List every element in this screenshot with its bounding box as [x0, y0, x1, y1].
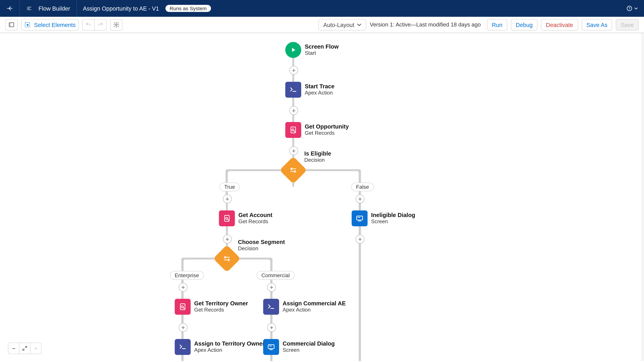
zoom-in-button[interactable]: +	[30, 343, 41, 354]
clipboard-search-icon	[289, 126, 297, 134]
get-account-node[interactable]: Get Account Get Records	[219, 210, 272, 226]
header-divider	[20, 0, 20, 17]
app-header: Flow Builder Assign Opportunity to AE - …	[0, 0, 644, 17]
node-title: Start Trace	[305, 83, 334, 90]
cursor-box-icon	[24, 22, 30, 28]
get-opportunity-node[interactable]: Get Opportunity Get Records	[285, 122, 349, 138]
chevron-down-icon	[357, 23, 362, 27]
back-button[interactable]	[6, 5, 13, 12]
svg-point-13	[181, 306, 183, 308]
add-element-button[interactable]: +	[289, 66, 298, 75]
ineligible-dialog-node[interactable]: Ineligible Dialog Screen	[352, 210, 415, 226]
start-node[interactable]: Screen Flow Start	[285, 42, 338, 58]
node-title: Commercial Dialog	[282, 341, 335, 347]
add-element-button[interactable]: +	[356, 194, 364, 203]
add-element-button[interactable]: +	[289, 106, 298, 115]
debug-button[interactable]: Debug	[511, 19, 538, 30]
add-element-button[interactable]: +	[356, 235, 364, 244]
add-element-button[interactable]: +	[178, 283, 188, 292]
screen-icon	[267, 343, 275, 351]
canvas-toolbar: Select Elements Auto-Layout Version 1: A…	[0, 17, 644, 33]
flow-name-wrap: Assign Opportunity to AE - V1 Runs as Sy…	[83, 0, 211, 17]
terminal-icon	[178, 343, 186, 351]
is-eligible-label: Is Eligible Decision	[304, 150, 331, 163]
svg-text:?: ?	[628, 6, 630, 10]
add-element-button[interactable]: +	[267, 283, 276, 292]
undo-button[interactable]	[82, 19, 94, 30]
svg-rect-14	[268, 345, 274, 349]
panel-left-icon	[8, 22, 14, 28]
branch-true-pill[interactable]: True	[219, 183, 240, 191]
choose-segment-decision[interactable]	[217, 249, 237, 268]
undo-redo-group	[82, 19, 106, 30]
zoom-out-button[interactable]: −	[8, 343, 19, 354]
branch-enterprise-pill[interactable]: Enterprise	[170, 271, 204, 280]
node-title: Get Opportunity	[305, 123, 349, 130]
clipboard-search-icon	[223, 214, 231, 222]
help-menu[interactable]: ?	[626, 5, 638, 11]
branch-commercial-pill[interactable]: Commercial	[256, 271, 295, 280]
toggle-left-panel-button[interactable]	[5, 19, 18, 30]
node-subtitle: Screen	[282, 347, 335, 353]
save-as-button[interactable]: Save As	[582, 19, 612, 30]
add-element-button[interactable]: +	[289, 146, 298, 155]
node-subtitle: Apex Action	[194, 347, 265, 353]
node-title: Get Account	[238, 212, 272, 219]
node-title: Assign to Territory Owner	[194, 341, 265, 347]
svg-rect-15	[269, 346, 272, 346]
assign-to-territory-owner-node[interactable]: Assign to Territory Owner Apex Action	[175, 339, 265, 355]
is-eligible-decision[interactable]	[284, 160, 303, 180]
node-title: Assign Commercial AE	[282, 300, 346, 307]
node-subtitle: Get Records	[238, 219, 272, 225]
settings-button[interactable]	[110, 19, 122, 30]
flow-name: Assign Opportunity to AE - V1	[83, 5, 159, 12]
save-button[interactable]: Save	[616, 19, 639, 30]
add-element-button[interactable]: +	[223, 194, 232, 203]
decision-icon	[289, 166, 297, 174]
decision-icon	[223, 255, 231, 263]
svg-point-5	[116, 24, 117, 25]
node-title: Screen Flow	[305, 43, 338, 50]
question-mark-icon: ?	[626, 5, 632, 11]
zoom-controls: − +	[8, 343, 42, 354]
select-elements-label: Select Elements	[34, 21, 76, 28]
redo-icon	[97, 22, 104, 28]
node-subtitle: Get Records	[194, 307, 248, 313]
clipboard-search-icon	[178, 303, 186, 311]
zoom-fit-button[interactable]	[19, 343, 30, 354]
chevron-down-icon	[634, 7, 638, 10]
flow-canvas[interactable]: Screen Flow Start + Start Trace Apex Act…	[0, 33, 644, 361]
run-context-chip: Runs as System	[165, 5, 211, 12]
svg-point-7	[292, 129, 294, 131]
header-divider-2	[76, 0, 77, 17]
run-button[interactable]: Run	[487, 19, 507, 30]
fit-icon	[22, 346, 28, 351]
layout-mode-dropdown[interactable]: Auto-Layout	[318, 19, 366, 30]
gear-icon	[113, 22, 120, 28]
select-elements-button[interactable]: Select Elements	[21, 19, 79, 30]
redo-button[interactable]	[94, 19, 106, 30]
assign-commercial-ae-node[interactable]: Assign Commercial AE Apex Action	[263, 299, 346, 315]
get-territory-owner-node[interactable]: Get Territory Owner Get Records	[175, 299, 248, 315]
node-subtitle: Apex Action	[305, 90, 334, 96]
add-element-button[interactable]: +	[178, 323, 188, 332]
svg-rect-3	[9, 23, 11, 27]
node-subtitle: Decision	[304, 157, 331, 163]
commercial-dialog-node[interactable]: Commercial Dialog Screen	[263, 339, 335, 355]
terminal-icon	[289, 86, 297, 94]
flow-builder-logo-icon	[26, 5, 32, 11]
deactivate-button[interactable]: Deactivate	[541, 19, 578, 30]
arrow-left-icon	[6, 5, 13, 12]
app-brand: Flow Builder	[26, 0, 70, 17]
start-trace-node[interactable]: Start Trace Apex Action	[285, 82, 334, 98]
branch-false-pill[interactable]: False	[351, 183, 374, 191]
choose-segment-label: Choose Segment Decision	[238, 239, 285, 251]
add-element-button[interactable]: +	[223, 235, 232, 244]
node-title: Get Territory Owner	[194, 300, 248, 307]
svg-rect-11	[358, 217, 360, 218]
node-subtitle: Screen	[371, 219, 415, 225]
node-subtitle: Start	[305, 50, 338, 56]
node-title: Choose Segment	[238, 239, 285, 245]
node-subtitle: Decision	[238, 245, 285, 252]
add-element-button[interactable]: +	[267, 323, 276, 332]
